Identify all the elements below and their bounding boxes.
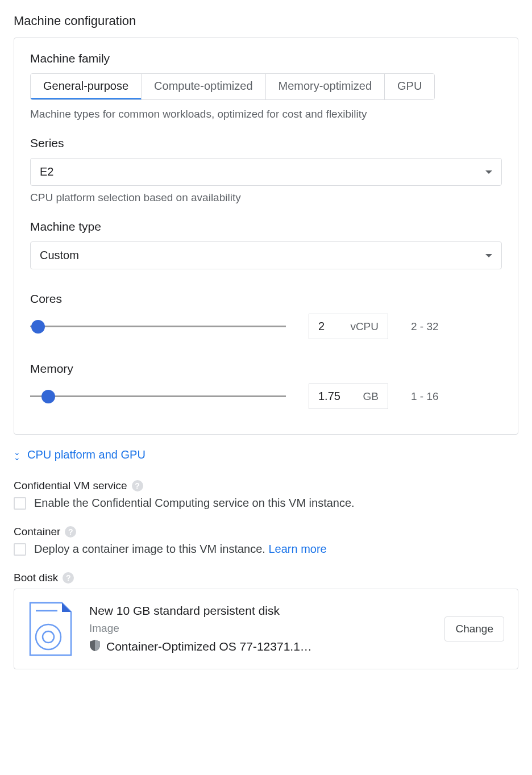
caret-down-icon [485,254,492,257]
machine-configuration-title: Machine configuration [14,14,518,28]
memory-value-box[interactable]: 1.75 GB [309,384,388,409]
help-icon[interactable]: ? [63,572,74,584]
confidential-vm-checkbox[interactable] [14,497,26,510]
memory-unit: GB [363,390,379,403]
container-checkbox-label: Deploy a container image to this VM inst… [34,543,268,555]
caret-down-icon [485,170,492,174]
cores-slider[interactable] [30,320,286,334]
boot-disk-summary: New 10 GB standard persistent disk [89,604,429,618]
double-chevron-down-icon: ⌄⌄ [14,450,20,460]
series-value: E2 [40,165,53,178]
tab-memory-optimized[interactable]: Memory-optimized [266,74,385,99]
machine-family-label: Machine family [30,52,502,65]
boot-disk-image-label: Image [89,622,429,635]
memory-slider-thumb[interactable] [41,390,55,403]
disk-icon [28,601,73,657]
tab-compute-optimized[interactable]: Compute-optimized [142,74,265,99]
cores-value: 2 [318,320,325,333]
machine-type-select[interactable]: Custom [30,241,502,269]
machine-family-description: Machine types for common workloads, opti… [30,108,502,120]
memory-slider[interactable] [30,390,286,403]
container-title: Container [14,526,60,538]
container-learn-more-link[interactable]: Learn more [268,543,326,555]
container-section: Container ? Deploy a container image to … [14,526,518,556]
cpu-platform-gpu-label: CPU platform and GPU [27,448,146,461]
svg-point-1 [36,624,61,649]
confidential-vm-section: Confidential VM service ? Enable the Con… [14,480,518,510]
memory-range: 1 - 16 [411,390,439,403]
machine-type-label: Machine type [30,220,502,234]
boot-disk-section: Boot disk ? New 10 GB standard persisten… [14,572,518,669]
confidential-vm-title: Confidential VM service [14,480,127,492]
cores-slider-thumb[interactable] [31,320,45,334]
cpu-platform-gpu-expand[interactable]: ⌄⌄ CPU platform and GPU [14,448,518,461]
change-boot-disk-button[interactable]: Change [444,616,504,641]
machine-configuration-card: Machine family General-purpose Compute-o… [14,38,518,435]
series-label: Series [30,136,502,150]
machine-family-tabs: General-purpose Compute-optimized Memory… [30,73,435,100]
cores-value-box[interactable]: 2 vCPU [309,314,388,339]
shield-icon [89,639,101,655]
help-icon[interactable]: ? [65,526,76,538]
tab-general-purpose[interactable]: General-purpose [31,74,142,100]
tab-gpu[interactable]: GPU [385,74,434,99]
boot-disk-card: New 10 GB standard persistent disk Image… [14,589,518,669]
series-select[interactable]: E2 [30,158,502,186]
svg-point-2 [43,631,54,643]
cores-range: 2 - 32 [411,320,439,333]
machine-type-value: Custom [40,249,79,262]
memory-label: Memory [30,362,502,376]
boot-disk-title: Boot disk [14,572,58,584]
memory-value: 1.75 [318,390,340,403]
boot-disk-os-name: Container-Optimized OS 77-12371.1… [106,640,312,653]
help-icon[interactable]: ? [132,480,143,491]
confidential-vm-checkbox-label: Enable the Confidential Computing servic… [34,497,355,510]
cores-label: Cores [30,292,502,306]
container-checkbox[interactable] [14,543,26,556]
cores-unit: vCPU [350,320,379,333]
series-helper: CPU platform selection based on availabi… [30,191,502,204]
